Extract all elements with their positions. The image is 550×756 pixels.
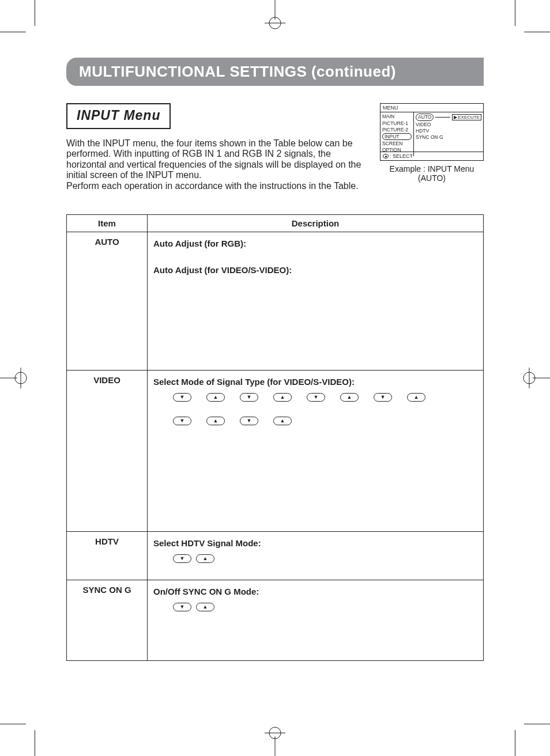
down-arrow-button-icon: ▼: [173, 603, 191, 611]
arrow-button-row: ▼ ▲: [173, 603, 214, 611]
down-arrow-button-icon: ▼: [240, 417, 258, 425]
table-row: HDTV Select HDTV Signal Mode: ▼ ▲: [67, 531, 484, 580]
table-header-item: Item: [67, 214, 148, 232]
item-cell-video: VIDEO: [67, 370, 148, 531]
arrow-button-row: ▼ ▲: [173, 554, 214, 563]
registration-mark-top-icon: [262, 0, 288, 30]
table-row: VIDEO Select Mode of Signal Type (for VI…: [67, 370, 484, 531]
crop-mark: [35, 0, 35, 26]
up-arrow-button-icon: ▲: [196, 554, 214, 563]
up-arrow-button-icon: ▲: [206, 417, 225, 425]
osd-right-menu: AUTO ▶EXECUTE VIDEO HDTV SYNC ON G: [414, 112, 483, 156]
up-arrow-button-icon: ▲: [206, 393, 225, 402]
down-arrow-button-icon: ▼: [173, 554, 191, 563]
crop-mark: [515, 730, 515, 756]
disc-icon: [383, 154, 389, 158]
down-arrow-button-icon: ▼: [374, 393, 392, 402]
desc-cell-auto: Auto Adjust (for RGB): Auto Adjust (for …: [148, 232, 484, 370]
down-arrow-button-icon: ▼: [307, 393, 325, 402]
desc-cell-hdtv: Select HDTV Signal Mode: ▼ ▲: [148, 531, 484, 580]
registration-mark-left-icon: [0, 365, 28, 391]
crop-mark: [0, 32, 26, 32]
page-content: MULTIFUNCTIONAL SETTINGS (continued) INP…: [66, 58, 484, 698]
osd-connector-line: [435, 117, 450, 118]
up-arrow-button-icon: ▲: [273, 417, 292, 425]
osd-example: MENU MAIN PICTURE-1 PICTURE-2 INPUT SCRE…: [380, 103, 484, 183]
down-arrow-button-icon: ▼: [173, 393, 191, 402]
osd-footer: : SELECT: [381, 152, 483, 160]
osd-left-item: PICTURE-1: [382, 120, 412, 126]
up-arrow-button-icon: ▲: [273, 393, 292, 402]
crop-mark: [35, 730, 35, 756]
osd-screen: MENU MAIN PICTURE-1 PICTURE-2 INPUT SCRE…: [380, 103, 484, 161]
registration-mark-right-icon: [522, 365, 550, 391]
osd-right-item: HDTV: [416, 128, 481, 134]
section-title: INPUT Menu: [66, 103, 171, 129]
osd-left-item: MAIN: [382, 114, 412, 119]
osd-caption: Example : INPUT Menu (AUTO): [380, 164, 484, 183]
down-arrow-button-icon: ▼: [240, 393, 258, 402]
item-cell-syncong: SYNC ON G: [67, 580, 148, 660]
osd-right-item-selected: AUTO: [416, 114, 434, 120]
play-icon: ▶: [454, 115, 457, 120]
down-arrow-button-icon: ▼: [173, 417, 191, 425]
osd-execute-box: ▶EXECUTE: [452, 114, 481, 120]
registration-mark-bottom-icon: [262, 726, 288, 756]
table-row: SYNC ON G On/Off SYNC ON G Mode: ▼ ▲: [67, 580, 484, 660]
desc-cell-video: Select Mode of Signal Type (for VIDEO/S-…: [148, 370, 484, 531]
settings-table: Item Description AUTO Auto Adjust (for R…: [66, 214, 484, 661]
page-title-banner: MULTIFUNCTIONAL SETTINGS (continued): [66, 58, 484, 86]
crop-mark: [515, 0, 515, 26]
desc-cell-syncong: On/Off SYNC ON G Mode: ▼ ▲: [148, 580, 484, 660]
table-header-desc: Description: [148, 214, 484, 232]
crop-mark: [524, 724, 550, 724]
osd-left-item-selected: INPUT: [382, 133, 412, 140]
osd-title: MENU: [381, 104, 483, 112]
up-arrow-button-icon: ▲: [340, 393, 359, 402]
item-cell-hdtv: HDTV: [67, 531, 148, 580]
osd-left-item: PICTURE-2: [382, 127, 412, 133]
up-arrow-button-icon: ▲: [407, 393, 425, 402]
osd-right-item: SYNC ON G: [416, 134, 481, 140]
crop-mark: [524, 32, 550, 32]
crop-mark: [0, 724, 26, 724]
osd-left-item: SCREEN: [382, 141, 412, 146]
intro-paragraph-1: With the INPUT menu, the four items show…: [66, 138, 368, 181]
item-cell-auto: AUTO: [67, 232, 148, 370]
table-row: AUTO Auto Adjust (for RGB): Auto Adjust …: [67, 232, 484, 370]
intro-paragraph-2: Perform each operation in accordance wit…: [66, 181, 368, 191]
up-arrow-button-icon: ▲: [196, 603, 214, 611]
arrow-button-grid: ▼▲ ▼▲ ▼▲ ▼▲ ▼▲ ▼▲: [173, 393, 471, 425]
osd-right-item: VIDEO: [416, 122, 481, 127]
osd-left-menu: MAIN PICTURE-1 PICTURE-2 INPUT SCREEN OP…: [381, 112, 414, 156]
